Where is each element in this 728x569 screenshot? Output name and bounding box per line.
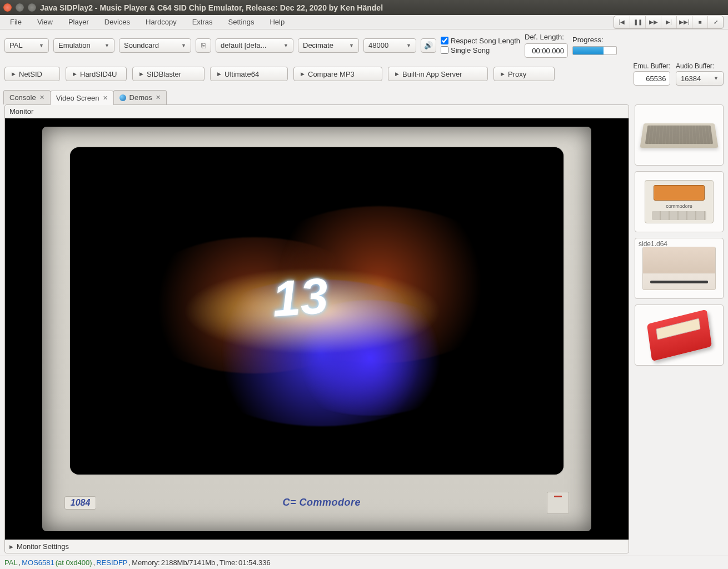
menu-player[interactable]: Player bbox=[61, 16, 97, 28]
ultimate64-button[interactable]: ▶Ultimate64 bbox=[210, 67, 288, 81]
tab-video-screen-label: Video Screen bbox=[56, 94, 99, 102]
device-sidebar: commodore side1.d64 bbox=[635, 104, 724, 553]
toolbar-secondary: ▶NetSID ▶HardSID4U ▶SIDBlaster ▶Ultimate… bbox=[0, 61, 728, 90]
progress-label: Progress: bbox=[572, 36, 617, 44]
monitor-stage: 13 1084 C= Commodore bbox=[5, 118, 629, 540]
tab-demos-label: Demos bbox=[129, 93, 152, 102]
audio-buffer-col: Audio Buffer: 16384▼ bbox=[676, 62, 724, 86]
status-memory-label: Memory: bbox=[132, 558, 160, 567]
menu-file[interactable]: File bbox=[2, 16, 29, 28]
tab-console-close-icon[interactable]: ✕ bbox=[39, 94, 44, 101]
transport-end-button[interactable]: ▶▶| bbox=[676, 16, 692, 28]
toolbar-primary: PAL▼ Emulation▼ Soundcard▼ ⎘ default [de… bbox=[0, 29, 728, 61]
transport-fastforward-button[interactable]: ▶▶ bbox=[645, 16, 661, 28]
transport-controls: |◀ ❚❚ ▶▶ ▶| ▶▶| ■ ⤢ bbox=[614, 16, 724, 29]
status-engine: RESIDFP bbox=[96, 558, 127, 567]
device-combo[interactable]: default [defa...▼ bbox=[216, 38, 293, 53]
crt-screen: 13 bbox=[70, 147, 564, 475]
window-minimize-icon[interactable] bbox=[16, 3, 24, 12]
single-song-checkbox[interactable]: Single Song bbox=[441, 46, 520, 54]
speaker-icon[interactable]: 🔊 bbox=[421, 38, 436, 53]
globe-icon bbox=[119, 94, 126, 101]
audio-buffer-value: 16384 bbox=[681, 74, 701, 83]
netsid-button[interactable]: ▶NetSID bbox=[4, 67, 60, 81]
tab-video-screen-close-icon[interactable]: ✕ bbox=[103, 94, 108, 102]
tab-bar: Console ✕ Video Screen ✕ Demos ✕ bbox=[0, 90, 728, 104]
hardsid4u-button[interactable]: ▶HardSID4U bbox=[66, 67, 127, 81]
transport-pause-button[interactable]: ❚❚ bbox=[630, 16, 645, 28]
crt-brand-logo: C= Commodore bbox=[283, 497, 361, 508]
proxy-label: Proxy bbox=[508, 70, 526, 78]
netsid-label: NetSID bbox=[19, 70, 42, 78]
status-sid-addr: (at 0xd400) bbox=[56, 558, 92, 567]
monitor-panel-title: Monitor bbox=[5, 105, 629, 118]
datasette-icon: commodore bbox=[645, 180, 713, 223]
mode-combo[interactable]: Emulation▼ bbox=[53, 38, 114, 53]
resample-combo[interactable]: Decimate▼ bbox=[298, 38, 359, 53]
disk-drive-icon bbox=[642, 247, 716, 290]
tab-video-screen[interactable]: Video Screen ✕ bbox=[50, 91, 114, 105]
video-standard-combo[interactable]: PAL▼ bbox=[4, 38, 49, 53]
tab-demos[interactable]: Demos ✕ bbox=[113, 90, 167, 104]
respect-length-checkbox[interactable]: Respect Song Length bbox=[441, 37, 520, 45]
device-disk-drive[interactable]: side1.d64 bbox=[635, 238, 724, 299]
samplerate-value: 48000 bbox=[368, 41, 388, 49]
status-time-label: Time: bbox=[220, 558, 237, 567]
device-c64-keyboard[interactable] bbox=[635, 104, 724, 166]
transport-fullscreen-button[interactable]: ⤢ bbox=[707, 16, 723, 28]
device-cartridge[interactable] bbox=[635, 305, 724, 366]
appserver-label: Built-in App Server bbox=[402, 70, 462, 78]
emu-buffer-label: Emu. Buffer: bbox=[634, 62, 670, 70]
appserver-button[interactable]: ▶Built-in App Server bbox=[388, 67, 488, 81]
menu-view[interactable]: View bbox=[29, 16, 61, 28]
respect-length-label: Respect Song Length bbox=[451, 37, 520, 45]
menubar: File View Player Devices Hardcopy Extras… bbox=[0, 15, 728, 29]
window-title: Java SIDPlay2 - Music Player & C64 SID C… bbox=[40, 3, 383, 12]
menu-settings[interactable]: Settings bbox=[221, 16, 262, 28]
menu-help[interactable]: Help bbox=[262, 16, 292, 28]
monitor-settings-row[interactable]: ▶ Monitor Settings bbox=[5, 540, 629, 553]
proxy-button[interactable]: ▶Proxy bbox=[493, 67, 555, 81]
cartridge-icon bbox=[647, 309, 712, 361]
status-video-std: PAL bbox=[4, 558, 18, 567]
menu-extras[interactable]: Extras bbox=[185, 16, 221, 28]
transport-prev-button[interactable]: |◀ bbox=[614, 16, 630, 28]
video-standard-value: PAL bbox=[9, 41, 23, 49]
device-value: default [defa... bbox=[221, 41, 266, 49]
monitor-settings-label: Monitor Settings bbox=[17, 542, 69, 551]
window-maximize-icon[interactable] bbox=[28, 3, 36, 12]
progress-fill bbox=[573, 47, 604, 54]
output-combo[interactable]: Soundcard▼ bbox=[119, 38, 191, 53]
tab-demos-close-icon[interactable]: ✕ bbox=[156, 94, 161, 101]
menu-hardcopy[interactable]: Hardcopy bbox=[138, 16, 185, 28]
default-length-input[interactable] bbox=[525, 43, 568, 58]
monitor-panel: Monitor 13 1084 C= Commodore bbox=[4, 104, 629, 553]
expand-icon: ▶ bbox=[9, 544, 13, 550]
status-sid-model: MOS6581 bbox=[22, 558, 54, 567]
respect-length-input[interactable] bbox=[441, 37, 448, 44]
emu-buffer-input[interactable] bbox=[634, 71, 670, 86]
device-datasette[interactable]: commodore bbox=[635, 171, 724, 232]
tab-console[interactable]: Console ✕ bbox=[3, 90, 51, 104]
transport-next-button[interactable]: ▶| bbox=[661, 16, 676, 28]
demo-artwork: 13 bbox=[94, 179, 539, 442]
link-icon[interactable]: ⎘ bbox=[196, 38, 211, 53]
samplerate-combo[interactable]: 48000▼ bbox=[363, 38, 416, 53]
single-song-input[interactable] bbox=[441, 46, 448, 54]
content-area: Monitor 13 1084 C= Commodore bbox=[0, 104, 728, 556]
compare-mp3-label: Compare MP3 bbox=[308, 70, 355, 78]
default-length-label: Def. Length: bbox=[525, 33, 568, 41]
emu-buffer-col: Emu. Buffer: bbox=[634, 62, 670, 86]
window-close-icon[interactable] bbox=[3, 3, 12, 12]
menu-devices[interactable]: Devices bbox=[97, 16, 138, 28]
sidblaster-button[interactable]: ▶SIDBlaster bbox=[132, 67, 205, 81]
transport-stop-button[interactable]: ■ bbox=[692, 16, 707, 28]
compare-mp3-button[interactable]: ▶Compare MP3 bbox=[293, 67, 382, 81]
sidblaster-label: SIDBlaster bbox=[147, 70, 181, 78]
audio-buffer-label: Audio Buffer: bbox=[676, 62, 714, 70]
single-song-label: Single Song bbox=[451, 46, 490, 54]
tab-console-label: Console bbox=[9, 93, 36, 102]
crt-monitor: 13 1084 C= Commodore bbox=[42, 127, 591, 531]
status-memory-value: 2188Mb/7141Mb bbox=[161, 558, 216, 567]
audio-buffer-combo[interactable]: 16384▼ bbox=[676, 71, 724, 86]
